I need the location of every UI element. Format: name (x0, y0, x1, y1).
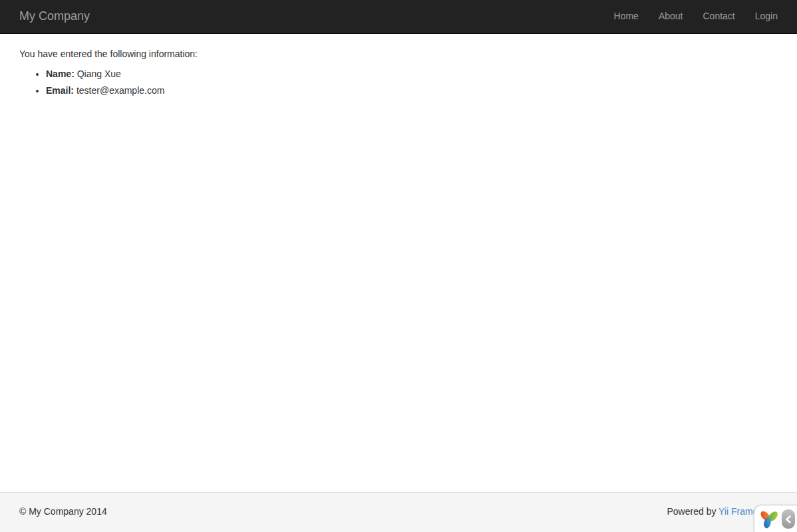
navbar-links: Home About Contact Login (604, 0, 788, 33)
debug-toolbar-expand-button[interactable] (782, 509, 795, 529)
copyright-text: © My Company 2014 (19, 505, 107, 519)
powered-by-prefix: Powered by (667, 506, 716, 517)
list-item-email: Email: tester@example.com (46, 84, 778, 98)
nav-link-home[interactable]: Home (604, 0, 649, 33)
navbar: My Company Home About Contact Login (0, 0, 797, 34)
nav-link-login[interactable]: Login (745, 0, 788, 33)
yii-logo-icon[interactable] (759, 510, 780, 529)
footer: © My Company 2014 Powered by Yii Framewo… (0, 492, 797, 532)
entry-value-email: tester@example.com (77, 85, 164, 96)
list-item-name: Name: Qiang Xue (46, 68, 778, 81)
nav-link-contact[interactable]: Contact (693, 0, 744, 33)
info-list: Name: Qiang Xue Email: tester@example.co… (19, 68, 778, 98)
yii-debug-toolbar (754, 505, 797, 532)
nav-item-about: About (649, 0, 693, 33)
entry-label-name: Name: (46, 68, 75, 79)
nav-item-home: Home (604, 0, 649, 33)
nav-item-contact: Contact (693, 0, 744, 33)
nav-link-about[interactable]: About (649, 0, 693, 33)
chevron-left-icon (785, 515, 792, 523)
entry-value-name: Qiang Xue (77, 68, 121, 79)
nav-item-login: Login (745, 0, 788, 33)
entry-label-email: Email: (46, 85, 74, 96)
main-content: You have entered the following informati… (9, 34, 788, 492)
intro-text: You have entered the following informati… (19, 48, 778, 61)
navbar-brand[interactable]: My Company (19, 8, 90, 25)
